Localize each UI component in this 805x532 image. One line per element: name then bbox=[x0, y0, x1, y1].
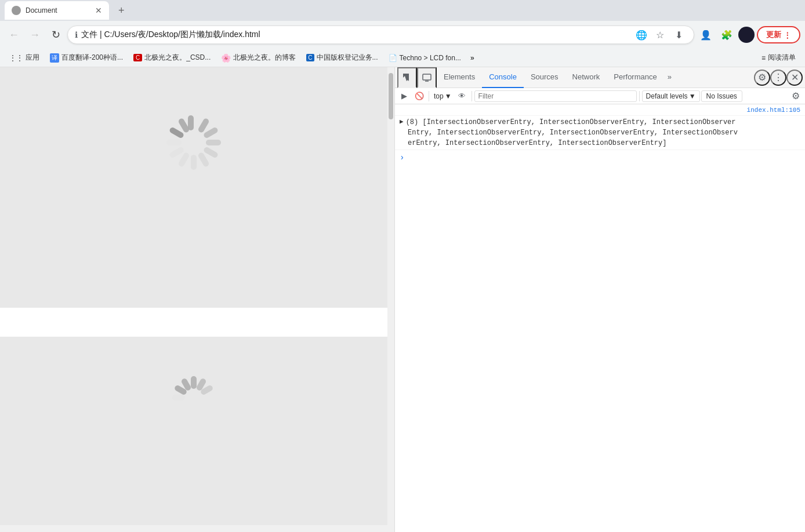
devtools-more-button[interactable]: ⋮ bbox=[770, 70, 786, 86]
browser-tab-active[interactable]: Document ✕ bbox=[5, 1, 109, 20]
bookmark-copyright[interactable]: C 中国版权登记业务... bbox=[302, 52, 382, 64]
devtools-close-button[interactable]: ✕ bbox=[786, 70, 803, 86]
devtools-tab-device[interactable] bbox=[417, 67, 437, 88]
bookmarks-bar: ⋮⋮ 应用 译 百度翻译-200种语... C 北极光之夜。_CSD... 🌸 … bbox=[0, 49, 805, 67]
bookmark-button[interactable]: ☆ bbox=[652, 27, 668, 43]
screaming-frog-button[interactable] bbox=[738, 27, 755, 43]
translate-icon: 译 bbox=[50, 53, 59, 63]
devtools-panel: Elements Console Sources Network Perform… bbox=[394, 67, 805, 532]
tab-network-label: Network bbox=[572, 72, 600, 81]
page-content bbox=[0, 67, 394, 532]
readinglist-icon: ≡ bbox=[762, 54, 766, 62]
bookmark-readinglist-label: 阅读清单 bbox=[768, 53, 796, 63]
console-output[interactable]: index.html:105 ▶ (8) [IntersectionObserv… bbox=[395, 104, 805, 532]
download-button[interactable]: ⬇ bbox=[670, 27, 687, 43]
toolbar-separator-1 bbox=[429, 91, 429, 101]
toolbar-separator-3 bbox=[639, 91, 640, 101]
devtools-tab-bar: Elements Console Sources Network Perform… bbox=[395, 67, 805, 88]
no-issues-label: No Issues bbox=[706, 92, 737, 100]
back-button[interactable]: ← bbox=[5, 25, 23, 44]
devtools-block-button[interactable]: 🚫 bbox=[412, 89, 426, 103]
page-horizontal-scrollbar[interactable] bbox=[0, 525, 387, 532]
address-actions: 🌐 ☆ ⬇ bbox=[633, 27, 687, 43]
bookmark-apps[interactable]: ⋮⋮ 应用 bbox=[5, 52, 44, 64]
expand-arrow[interactable]: ▶ bbox=[400, 117, 404, 127]
no-issues-badge: No Issues bbox=[701, 90, 742, 102]
main-area: Elements Console Sources Network Perform… bbox=[0, 67, 805, 532]
bookmark-techno-label: Techno > LCD fon... bbox=[400, 54, 461, 62]
devtools-tab-inspect[interactable] bbox=[397, 67, 417, 88]
console-text-line1: (8) [IntersectionObserverEntry, Intersec… bbox=[406, 118, 736, 126]
bookmark-copyright-label: 中国版权登记业务... bbox=[317, 53, 378, 63]
devtools-settings-button[interactable]: ⚙ bbox=[754, 70, 770, 86]
tab-sources[interactable]: Sources bbox=[524, 67, 565, 88]
log-levels-selector[interactable]: Default levels ▼ bbox=[642, 90, 700, 102]
tab-title: Document bbox=[26, 6, 88, 14]
reload-button[interactable]: ↻ bbox=[46, 25, 65, 44]
console-input[interactable] bbox=[407, 152, 800, 163]
scrollbar-thumb[interactable] bbox=[389, 73, 393, 119]
context-label: top bbox=[434, 92, 444, 100]
console-line-1: index.html:105 bbox=[395, 104, 805, 116]
update-button[interactable]: 更新 ⋮ bbox=[757, 26, 800, 43]
tab-sources-label: Sources bbox=[531, 72, 559, 81]
console-settings-button[interactable]: ⚙ bbox=[789, 89, 803, 103]
tab-close-button[interactable]: ✕ bbox=[95, 6, 102, 15]
spinner-2 bbox=[174, 403, 220, 450]
tab-bar: Document ✕ + bbox=[0, 0, 805, 21]
new-tab-button[interactable]: + bbox=[111, 1, 132, 20]
extensions-button[interactable]: 🧩 bbox=[717, 25, 736, 44]
more-bookmarks-icon[interactable]: » bbox=[467, 53, 478, 63]
levels-dropdown-icon: ▼ bbox=[689, 92, 696, 100]
tab-more[interactable]: » bbox=[664, 67, 675, 88]
loading-spinner-1 bbox=[168, 143, 226, 201]
info-icon: ℹ bbox=[75, 30, 78, 39]
page-vertical-scrollbar[interactable] bbox=[387, 67, 394, 532]
source-link[interactable]: index.html:105 bbox=[747, 105, 800, 115]
tab-console[interactable]: Console bbox=[482, 67, 524, 88]
address-bar[interactable]: ℹ 文件 | C:/Users/夜/Desktop/图片懒加载/index.ht… bbox=[67, 25, 694, 44]
new-tab-icon: + bbox=[118, 5, 125, 17]
loading-spinner-2 bbox=[174, 403, 220, 450]
address-bar-row: ← → ↻ ℹ 文件 | C:/Users/夜/Desktop/图片懒加载/in… bbox=[0, 21, 805, 49]
tab-performance[interactable]: Performance bbox=[607, 67, 663, 88]
bookmark-csd1[interactable]: C 北极光之夜。_CSD... bbox=[129, 52, 215, 64]
toolbar-separator-2 bbox=[472, 91, 472, 101]
spinner-1 bbox=[168, 143, 226, 201]
apps-icon: ⋮⋮ bbox=[9, 54, 23, 62]
techno-icon: 📄 bbox=[389, 54, 397, 62]
console-log-line: ▶ (8) [IntersectionObserverEntry, Inters… bbox=[395, 116, 805, 150]
devtools-play-button[interactable]: ▶ bbox=[397, 89, 411, 103]
menu-dots-icon: ⋮ bbox=[784, 31, 791, 39]
browser-chrome: Document ✕ + ← → ↻ ℹ 文件 | C:/Users/夜/Des… bbox=[0, 0, 805, 67]
log-levels-label: Default levels bbox=[646, 92, 688, 100]
console-prompt-line: › bbox=[395, 150, 805, 165]
bookmark-huawei[interactable]: 🌸 北极光之夜。的博客 bbox=[216, 52, 300, 64]
device-icon bbox=[422, 72, 432, 83]
bookmark-csd1-label: 北极光之夜。_CSD... bbox=[144, 53, 211, 63]
tab-elements[interactable]: Elements bbox=[437, 67, 482, 88]
csd-icon: C bbox=[133, 54, 142, 61]
bookmark-techno[interactable]: 📄 Techno > LCD fon... bbox=[384, 53, 466, 63]
console-text-2: Entry, IntersectionObserverEntry, Inters… bbox=[408, 129, 738, 137]
console-text-3: erEntry, IntersectionObserverEntry, Inte… bbox=[408, 139, 666, 147]
eye-button[interactable]: 👁 bbox=[455, 89, 469, 103]
console-text-1: (8) [IntersectionObserverEntry, Intersec… bbox=[406, 117, 800, 127]
forward-button[interactable]: → bbox=[26, 25, 44, 44]
bookmark-baidu-translate[interactable]: 译 百度翻译-200种语... bbox=[45, 52, 128, 64]
context-selector[interactable]: top ▼ bbox=[431, 91, 454, 101]
white-section bbox=[0, 308, 394, 337]
bookmark-readinglist[interactable]: ≡ 阅读清单 bbox=[757, 52, 800, 64]
bookmark-apps-label: 应用 bbox=[26, 53, 39, 63]
console-prompt-icon: › bbox=[400, 153, 404, 162]
translate-button[interactable]: 🌐 bbox=[633, 27, 650, 43]
bookmark-huawei-label: 北极光之夜。的博客 bbox=[233, 53, 296, 63]
tab-network[interactable]: Network bbox=[565, 67, 607, 88]
address-text: 文件 | C:/Users/夜/Desktop/图片懒加载/index.html bbox=[81, 30, 630, 40]
inspect-icon bbox=[402, 72, 412, 83]
profile-button[interactable]: 👤 bbox=[697, 25, 715, 44]
console-filter-input[interactable] bbox=[474, 90, 637, 102]
update-label: 更新 bbox=[766, 30, 781, 40]
svg-rect-0 bbox=[423, 74, 431, 80]
protocol-label: 文件 bbox=[81, 30, 97, 39]
